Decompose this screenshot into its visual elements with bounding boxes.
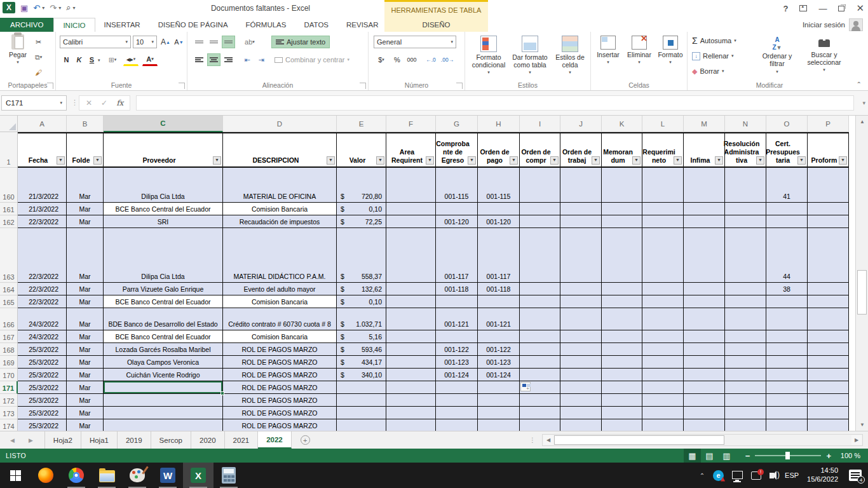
cell-A162[interactable]: 22/3/2022 [18, 215, 67, 228]
start-button[interactable] [0, 463, 31, 488]
cell-H173[interactable] [478, 407, 520, 419]
format-as-table-button[interactable]: Dar formato como tabla▾ [510, 36, 550, 75]
cell-P166[interactable] [808, 308, 849, 330]
row-header-170[interactable]: 170 [0, 369, 18, 381]
conditional-formatting-button[interactable]: Formato condicional▾ [469, 36, 508, 75]
alignment-dialog-launcher[interactable] [360, 83, 366, 89]
font-color-icon[interactable]: A▾ [142, 53, 158, 66]
cell-P171[interactable] [808, 381, 849, 394]
cell-H167[interactable] [478, 330, 520, 343]
filter-icon-C[interactable]: ▼ [213, 156, 221, 165]
cell-G164[interactable]: 001-118 [436, 283, 478, 295]
cell-D162[interactable]: Recaudación de impuestos [223, 215, 337, 228]
cell-F171[interactable] [386, 381, 436, 394]
cell-F170[interactable] [386, 369, 436, 381]
cell-A170[interactable]: 25/3/2022 [18, 369, 67, 381]
tab-inicio[interactable]: INICIO [53, 18, 95, 32]
insert-function-icon[interactable]: fx [116, 98, 123, 107]
row-header-161[interactable]: 161 [0, 203, 18, 215]
fill-color-icon[interactable]: ◂▸▾ [123, 53, 139, 66]
cell-O168[interactable] [766, 343, 808, 356]
cell-styles-button[interactable]: Estilos de celda▾ [552, 36, 588, 75]
scroll-down-icon[interactable]: ▼ [857, 419, 868, 430]
cell-J162[interactable] [560, 215, 602, 228]
cell-H174[interactable] [478, 419, 520, 431]
formula-input[interactable] [136, 95, 854, 111]
cell-B167[interactable]: Mar [67, 330, 104, 343]
cell-D167[interactable]: Comision Bancaria [223, 330, 337, 343]
cell-D163[interactable]: MATERIAL DIDÁCTICO P.A.M. [223, 228, 337, 283]
cell-I162[interactable] [520, 215, 560, 228]
filter-icon-D[interactable]: ▼ [327, 156, 335, 165]
cell-K163[interactable] [602, 228, 642, 283]
fill-handle[interactable] [220, 391, 224, 395]
cell-L165[interactable] [642, 295, 684, 308]
insert-options-icon[interactable] [520, 382, 531, 391]
cell-F173[interactable] [386, 407, 436, 419]
clipboard-dialog-launcher[interactable] [47, 83, 53, 89]
cell-G163[interactable]: 001-117 [436, 228, 478, 283]
decrease-decimal-icon[interactable]: .00→ [440, 53, 455, 66]
cell-J171[interactable] [560, 381, 602, 394]
cell-H170[interactable]: 001-124 [478, 369, 520, 381]
cell-F168[interactable] [386, 343, 436, 356]
cell-H161[interactable] [478, 203, 520, 215]
row-header-167[interactable]: 167 [0, 330, 18, 343]
align-left-icon[interactable] [193, 53, 206, 66]
save-icon[interactable]: ▣ [20, 3, 28, 13]
cell-P164[interactable] [808, 283, 849, 295]
volume-tray-icon[interactable] [770, 473, 774, 478]
cell-P167[interactable] [808, 330, 849, 343]
cell-P173[interactable] [808, 407, 849, 419]
cell-O173[interactable] [766, 407, 808, 419]
cell-E161[interactable]: $0,10 [337, 203, 386, 215]
antivirus-tray-icon[interactable]: e [713, 470, 724, 481]
cell-M164[interactable] [684, 283, 725, 295]
cell-E160[interactable]: $720,80 [337, 168, 386, 203]
name-box[interactable]: C171 ▾ [1, 95, 67, 111]
tab-revisar[interactable]: REVISAR [337, 18, 388, 32]
cell-M166[interactable] [684, 308, 725, 330]
cell-A174[interactable]: 25/3/2022 [18, 419, 67, 431]
column-header-O[interactable]: O [766, 116, 808, 132]
cell-G173[interactable] [436, 407, 478, 419]
cell-A173[interactable]: 25/3/2022 [18, 407, 67, 419]
cell-M167[interactable] [684, 330, 725, 343]
zoom-out-icon[interactable]: − [745, 451, 750, 461]
cell-A166[interactable]: 24/3/2022 [18, 308, 67, 330]
cell-B163[interactable]: Mar [67, 228, 104, 283]
cell-N161[interactable] [725, 203, 766, 215]
italic-button[interactable]: K [74, 53, 85, 66]
cell-I165[interactable] [520, 295, 560, 308]
cell-I172[interactable] [520, 394, 560, 407]
notification-icon[interactable]: 4 [849, 470, 862, 481]
cell-L170[interactable] [642, 369, 684, 381]
column-header-B[interactable]: B [67, 116, 104, 132]
tab-insertar[interactable]: INSERTAR [95, 18, 149, 32]
taskbar-paint[interactable] [122, 463, 153, 488]
cell-G171[interactable] [436, 381, 478, 394]
cell-M161[interactable] [684, 203, 725, 215]
cell-A169[interactable]: 25/3/2022 [18, 356, 67, 369]
cell-F163[interactable] [386, 228, 436, 283]
cell-C170[interactable]: Cuichán Vicente Rodrigo [104, 369, 223, 381]
cell-L160[interactable] [642, 168, 684, 203]
column-header-I[interactable]: I [520, 116, 560, 132]
name-box-dropdown-icon[interactable]: ▾ [60, 100, 62, 105]
cell-M168[interactable] [684, 343, 725, 356]
cell-M171[interactable] [684, 381, 725, 394]
cell-J165[interactable] [560, 295, 602, 308]
row-header-162[interactable]: 162 [0, 215, 18, 228]
borders-icon[interactable]: ⊞▾ [105, 53, 119, 66]
comma-format-icon[interactable]: 000 [404, 53, 419, 66]
paste-button[interactable]: Pegar▾ [5, 34, 31, 65]
filter-icon-P[interactable]: ▼ [839, 156, 847, 165]
filter-icon-I[interactable]: ▼ [550, 156, 559, 165]
row-header-160[interactable]: 160 [0, 168, 18, 203]
cell-N173[interactable] [725, 407, 766, 419]
cell-D174[interactable]: ROL DE PAGOS MARZO [223, 419, 337, 431]
cell-E164[interactable]: $132,62 [337, 283, 386, 295]
cell-G167[interactable] [436, 330, 478, 343]
taskbar-clock[interactable]: 14:50 15/6/2022 [807, 466, 838, 484]
cell-H168[interactable]: 001-122 [478, 343, 520, 356]
